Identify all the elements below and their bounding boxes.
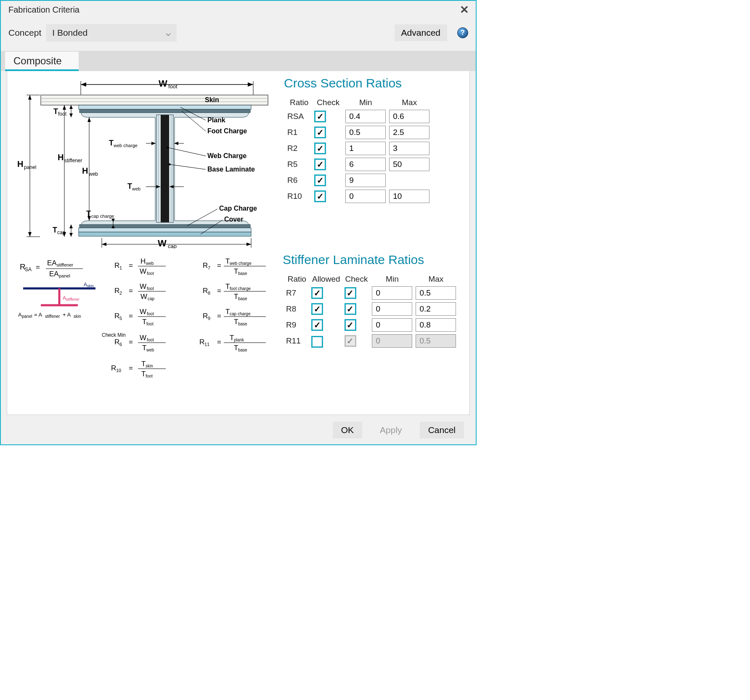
max-input[interactable] <box>416 318 456 332</box>
hdr-min: Min <box>345 98 386 107</box>
check-box[interactable] <box>314 111 326 122</box>
svg-text:skin: skin <box>146 364 153 368</box>
laminate-row: R9 <box>286 318 456 332</box>
svg-marker-38 <box>69 114 73 117</box>
button-bar: OK Apply Cancel <box>1 417 476 444</box>
max-input[interactable] <box>416 302 456 316</box>
svg-text:T: T <box>234 293 238 301</box>
min-input <box>372 334 412 348</box>
svg-text:W: W <box>140 334 146 342</box>
svg-marker-80 <box>246 243 251 246</box>
min-input[interactable] <box>345 190 386 203</box>
cross-section-diagram: W foot Skin <box>16 76 272 248</box>
cross-section-row: RSA <box>287 110 429 123</box>
check-box[interactable] <box>314 143 326 154</box>
svg-text:web charge: web charge <box>113 143 138 148</box>
advanced-button[interactable]: Advanced <box>395 24 447 41</box>
svg-marker-2 <box>248 82 253 87</box>
allowed-box[interactable] <box>311 336 323 348</box>
allowed-box[interactable] <box>311 303 323 315</box>
svg-rect-17 <box>80 225 250 228</box>
svg-text:Cap Charge: Cap Charge <box>219 205 257 212</box>
cancel-button[interactable]: Cancel <box>420 422 464 438</box>
svg-text:panel: panel <box>24 164 36 170</box>
svg-rect-19 <box>79 232 251 236</box>
concept-row: Concept I Bonded ⌵ Advanced ? <box>1 18 476 51</box>
min-input[interactable] <box>345 126 386 139</box>
svg-text:stiffener: stiffener <box>66 297 80 301</box>
svg-text:EA: EA <box>49 270 59 278</box>
svg-text:=: = <box>217 262 221 269</box>
svg-text:T: T <box>234 344 238 352</box>
svg-text:10: 10 <box>116 368 121 373</box>
hdr-ratio: Ratio <box>287 98 311 107</box>
svg-text:Foot Charge: Foot Charge <box>207 127 247 135</box>
allowed-box[interactable] <box>311 319 323 331</box>
svg-text:=: = <box>129 287 133 295</box>
svg-text:T: T <box>234 267 238 275</box>
svg-text:T: T <box>141 370 146 378</box>
svg-text:T: T <box>225 308 230 316</box>
cross-section-title: Cross Section Ratios <box>284 76 461 90</box>
hdr-check2: Check <box>345 275 369 284</box>
svg-text:T: T <box>142 318 146 326</box>
check-box[interactable] <box>345 287 356 299</box>
ok-button[interactable]: OK <box>333 422 362 438</box>
min-input[interactable] <box>372 286 412 300</box>
svg-text:Skin: Skin <box>205 96 219 103</box>
svg-rect-11 <box>79 105 251 109</box>
svg-marker-40 <box>28 95 32 100</box>
ratio-name: R10 <box>287 190 311 203</box>
allowed-box[interactable] <box>311 287 323 299</box>
min-input[interactable] <box>345 174 386 187</box>
hdr-allowed: Allowed <box>311 275 341 284</box>
svg-text:T: T <box>109 139 114 147</box>
min-input[interactable] <box>372 318 412 332</box>
svg-text:6: 6 <box>119 342 122 347</box>
svg-text:base: base <box>238 271 247 276</box>
help-icon[interactable]: ? <box>457 27 468 38</box>
svg-text:A: A <box>18 312 22 318</box>
cross-section-row: R6 <box>287 174 429 187</box>
svg-text:T: T <box>86 209 91 218</box>
svg-marker-52 <box>87 117 91 122</box>
apply-button[interactable]: Apply <box>371 422 411 438</box>
tab-composite[interactable]: Composite <box>5 52 79 71</box>
check-box[interactable] <box>314 127 326 138</box>
max-input[interactable] <box>416 286 456 300</box>
check-box[interactable] <box>314 158 326 170</box>
svg-text:Plank: Plank <box>207 116 225 124</box>
check-box[interactable] <box>345 319 356 331</box>
check-box[interactable] <box>314 174 326 186</box>
laminate-table: Ratio Allowed Check Min Max R7R8R9R11 <box>283 272 459 350</box>
svg-text:1: 1 <box>119 265 122 270</box>
svg-rect-12 <box>80 109 250 113</box>
max-input[interactable] <box>389 110 429 123</box>
svg-text:web: web <box>132 186 140 191</box>
laminate-row: R7 <box>286 286 456 300</box>
concept-dropdown[interactable]: I Bonded ⌵ <box>46 24 177 42</box>
svg-rect-7 <box>41 95 268 105</box>
svg-text:8: 8 <box>208 291 210 296</box>
max-input[interactable] <box>389 158 429 171</box>
min-input[interactable] <box>345 110 386 123</box>
svg-text:web charge: web charge <box>229 261 252 266</box>
check-box[interactable] <box>314 190 326 202</box>
max-input[interactable] <box>389 142 429 155</box>
concept-label: Concept <box>8 28 41 38</box>
svg-text:W: W <box>140 293 147 301</box>
max-input[interactable] <box>389 126 429 139</box>
min-input[interactable] <box>345 158 386 171</box>
svg-text:Check Min: Check Min <box>102 332 126 338</box>
ratio-name: R11 <box>286 334 308 348</box>
svg-text:T: T <box>142 344 146 352</box>
check-box[interactable] <box>345 303 356 315</box>
max-input[interactable] <box>389 190 429 203</box>
close-icon[interactable]: ✕ <box>458 3 471 16</box>
svg-text:T: T <box>127 182 132 190</box>
svg-text:base: base <box>238 348 247 352</box>
min-input[interactable] <box>345 142 386 155</box>
svg-text:cap charge: cap charge <box>230 312 251 316</box>
min-input[interactable] <box>372 302 412 316</box>
svg-text:=: = <box>129 262 133 269</box>
